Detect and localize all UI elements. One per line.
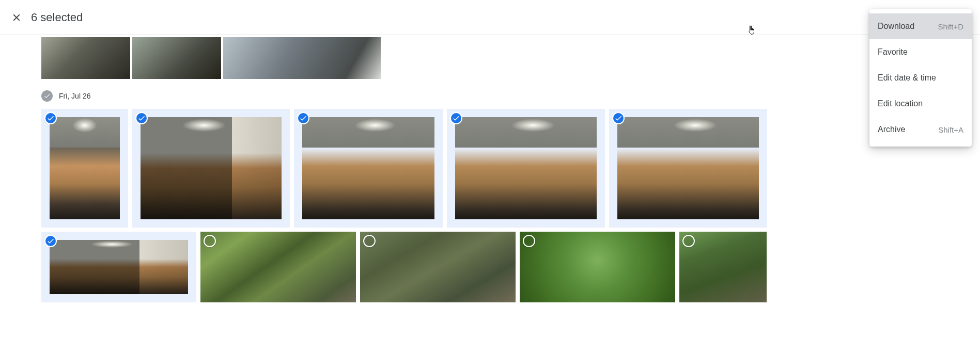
photo-image xyxy=(455,117,597,219)
photo-thumbnail[interactable] xyxy=(41,109,128,228)
close-icon xyxy=(11,12,22,23)
menu-item-favorite[interactable]: Favorite xyxy=(869,39,972,65)
photo-thumbnail[interactable] xyxy=(520,232,675,302)
menu-item-label: Archive xyxy=(878,125,905,134)
photo-select-checkbox[interactable] xyxy=(297,112,309,124)
menu-item-label: Edit location xyxy=(878,99,923,108)
photo-image xyxy=(360,232,516,302)
photo-thumbnail[interactable] xyxy=(294,109,443,228)
menu-item-label: Edit date & time xyxy=(878,73,936,83)
photo-thumbnail[interactable] xyxy=(223,37,381,79)
photo-image xyxy=(50,117,120,219)
menu-item-edit-location[interactable]: Edit location xyxy=(869,91,972,117)
photo-select-checkbox[interactable] xyxy=(363,235,376,247)
menu-item-archive[interactable]: ArchiveShift+A xyxy=(869,117,972,142)
photo-image xyxy=(617,117,759,219)
photo-select-checkbox[interactable] xyxy=(44,112,57,124)
photo-select-checkbox[interactable] xyxy=(682,235,695,247)
photo-thumbnail[interactable] xyxy=(132,37,221,79)
photo-thumbnail[interactable] xyxy=(41,37,130,79)
date-label: Fri, Jul 26 xyxy=(59,92,90,100)
photo-select-checkbox[interactable] xyxy=(44,235,57,247)
photo-row xyxy=(41,109,939,228)
menu-item-download[interactable]: DownloadShift+D xyxy=(869,13,972,39)
menu-item-label: Favorite xyxy=(878,47,908,57)
photo-image xyxy=(520,232,675,302)
photo-thumbnail[interactable] xyxy=(200,232,356,302)
photo-thumbnail[interactable] xyxy=(609,109,767,228)
close-selection-button[interactable] xyxy=(6,7,27,28)
photo-thumbnail[interactable] xyxy=(679,232,767,302)
selection-count: 6 selected xyxy=(31,11,83,24)
photo-thumbnail[interactable] xyxy=(132,109,290,228)
date-group-header[interactable]: Fri, Jul 26 xyxy=(41,90,939,102)
selection-header: 6 selected xyxy=(0,0,980,35)
photo-row xyxy=(41,232,939,302)
photo-image xyxy=(302,117,434,219)
menu-item-shortcut: Shift+A xyxy=(938,125,963,134)
photo-select-checkbox[interactable] xyxy=(204,235,216,247)
menu-item-edit-date-time[interactable]: Edit date & time xyxy=(869,65,972,91)
photo-thumbnail[interactable] xyxy=(360,232,516,302)
photo-select-checkbox[interactable] xyxy=(523,235,535,247)
context-menu: DownloadShift+DFavoriteEdit date & timeE… xyxy=(869,9,972,147)
photo-image xyxy=(50,240,188,294)
select-day-checkbox[interactable] xyxy=(41,90,53,102)
photo-image xyxy=(141,117,282,219)
photo-grid: Fri, Jul 26 xyxy=(0,37,980,302)
menu-item-label: Download xyxy=(878,22,914,31)
photo-select-checkbox[interactable] xyxy=(450,112,462,124)
menu-item-shortcut: Shift+D xyxy=(938,22,963,31)
photo-select-checkbox[interactable] xyxy=(135,112,148,124)
previous-group-peek xyxy=(41,37,939,79)
photo-thumbnail[interactable] xyxy=(41,232,196,302)
photo-select-checkbox[interactable] xyxy=(612,112,625,124)
photo-thumbnail[interactable] xyxy=(447,109,605,228)
photo-image xyxy=(200,232,356,302)
checkmark-icon xyxy=(43,92,51,100)
